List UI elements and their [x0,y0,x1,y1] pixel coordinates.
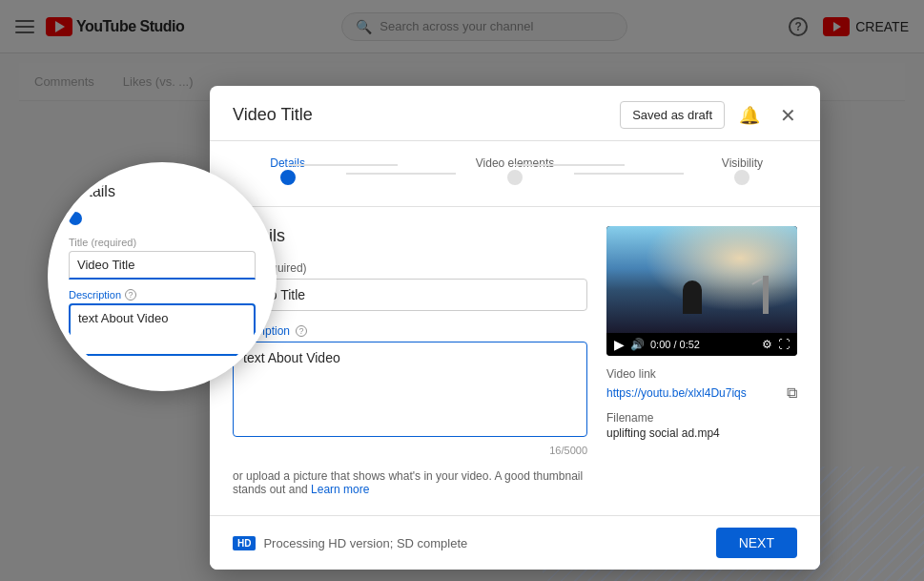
video-thumb-bg [606,226,797,333]
video-info: Video link https://youtu.be/xlxl4Du7iqs … [606,367,797,440]
step-video-dot [507,170,523,185]
copy-icon[interactable]: ⧉ [787,384,797,402]
processing-text: Processing HD version; SD complete [263,536,715,550]
next-button[interactable]: NEXT [716,528,797,558]
step-visibility-label: Visibility [722,156,763,170]
mag-title: Details [69,183,256,200]
settings-icon[interactable]: ⚙ [762,338,772,351]
mag-desc-label: Description [69,289,121,301]
volume-icon[interactable]: 🔊 [630,338,645,351]
video-controls: ▶ 🔊 0:00 / 0:52 ⚙ ⛶ [606,333,797,356]
alert-icon: 🔔 [739,105,760,126]
video-link-label: Video link [606,367,797,381]
progress-line-1 [346,173,456,175]
video-preview: ▶ 🔊 0:00 / 0:52 ⚙ ⛶ [606,226,797,356]
learn-more-link[interactable]: Learn more [311,483,369,496]
modal-dialog: Video Title Saved as draft 🔔 ✕ Details V… [210,86,820,570]
mag-title-input[interactable] [69,251,256,280]
modal-right-panel: ▶ 🔊 0:00 / 0:52 ⚙ ⛶ Video link https://y… [606,226,797,496]
magnifier-circle: Details Title (required) Description ? [48,162,277,391]
play-button[interactable]: ▶ [614,337,625,352]
description-header: Description ? [233,324,587,338]
section-title: Details [233,226,587,246]
modal-header: Video Title Saved as draft 🔔 ✕ [210,86,820,141]
description-help-icon[interactable]: ? [296,325,307,337]
figure-silhouette [683,280,702,314]
step-visibility: Visibility [688,156,797,191]
step-visibility-dot [734,170,749,185]
mag-title-label: Title (required) [69,237,256,248]
mag-step-dot [69,212,82,225]
mag-desc-help-icon[interactable]: ? [125,289,136,301]
char-count: 16/5000 [233,445,587,456]
video-thumbnail [606,226,797,333]
step-details-label: Details [270,156,305,170]
step-details: Details [233,156,342,191]
modal-title: Video Title [233,105,313,125]
mag-desc-label-row: Description ? [69,289,256,301]
modal-header-actions: Saved as draft 🔔 ✕ [620,101,801,129]
close-icon: ✕ [780,104,796,127]
step-video-elements: Video elements [460,156,569,191]
thumbnail-hint: or upload a picture that shows what's in… [233,469,587,496]
progress-line-2 [574,173,684,175]
video-link-row: https://youtu.be/xlxl4Du7iqs ⧉ [606,384,797,402]
modal-body: Details Title (required) Description ? 1… [210,207,820,515]
close-button[interactable]: ✕ [774,102,801,129]
title-input[interactable] [233,279,587,311]
modal-form: Details Title (required) Description ? 1… [233,226,587,496]
filename-label: Filename [606,411,797,425]
modal-footer: HD Processing HD version; SD complete NE… [210,515,820,570]
wind-turbine [763,276,769,314]
fullscreen-icon[interactable]: ⛶ [778,338,790,351]
title-field-label: Title (required) [233,261,587,275]
mag-desc-textarea[interactable] [69,303,256,356]
filename-value: uplifting social ad.mp4 [606,426,797,440]
description-textarea[interactable] [233,342,587,437]
steps-bar: Details Video elements Visibility [210,141,820,207]
title-field-group: Title (required) [233,261,587,311]
video-link[interactable]: https://youtu.be/xlxl4Du7iqs [606,386,781,400]
saved-draft-button[interactable]: Saved as draft [620,101,725,129]
processing-badge: HD [233,536,256,550]
step-details-dot [280,170,296,185]
alert-button[interactable]: 🔔 [736,102,763,129]
time-display: 0:00 / 0:52 [650,339,700,350]
magnifier-content: Details Title (required) Description ? [53,168,271,385]
step-video-label: Video elements [476,156,555,170]
description-field-group: Description ? 16/5000 [233,324,587,456]
